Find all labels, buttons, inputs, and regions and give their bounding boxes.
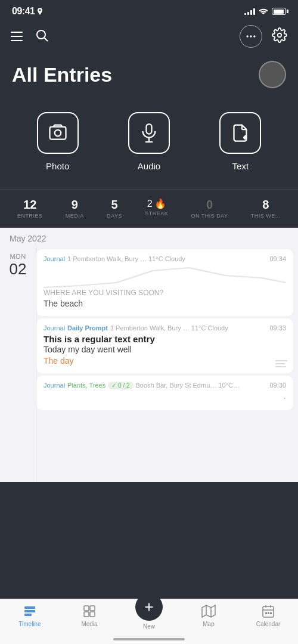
tab-bar: Timeline Media New Map: [0, 599, 298, 644]
tab-map[interactable]: Map: [179, 604, 238, 630]
month-header: May 2022: [0, 228, 298, 247]
stat-media-label: MEDIA: [66, 213, 84, 219]
entry-2-time: 09:33: [269, 324, 286, 332]
settings-icon: [272, 27, 287, 43]
entry-1-prompt: WHERE ARE YOU VISITING SOON?: [44, 289, 286, 297]
entry-2-body: Today my day went well The day: [44, 344, 286, 367]
entry-2-journal: Journal: [44, 324, 65, 332]
status-bar: 09:41: [0, 0, 298, 20]
svg-rect-14: [24, 614, 32, 616]
entry-3[interactable]: Journal Plants, Trees ✓ 0 / 2 Boosh Bar,…: [36, 376, 293, 410]
entries-column: Journal 1 Pemberton Walk, Bury … 11°C Cl…: [36, 247, 298, 482]
entry-1-graph: [44, 265, 286, 289]
settings-button[interactable]: [272, 27, 287, 45]
tab-media-label: Media: [81, 621, 97, 627]
status-time: 09:41: [12, 6, 35, 17]
svg-point-5: [278, 33, 282, 38]
svg-rect-18: [90, 612, 95, 617]
map-icon: [200, 604, 217, 618]
battery-icon: [272, 8, 286, 15]
stat-streak: 2 🔥 STREAK: [145, 198, 168, 219]
tab-timeline[interactable]: Timeline: [0, 604, 60, 630]
text-icon-box: [219, 112, 261, 154]
entry-3-journal: Journal: [44, 382, 65, 389]
search-icon: [35, 28, 49, 42]
avatar[interactable]: [259, 61, 286, 88]
entry-3-time: 09:30: [269, 382, 286, 389]
status-indicators: [244, 7, 286, 16]
signal-icon: [244, 8, 255, 15]
svg-rect-17: [84, 612, 89, 617]
date-badge: MON 02: [0, 247, 36, 482]
stat-on-this-day: 0 ON THIS DAY: [191, 198, 228, 219]
tab-calendar[interactable]: Calendar: [238, 604, 298, 630]
entry-2-location: 1 Pemberton Walk, Bury … 11°C Cloudy: [110, 324, 228, 332]
stat-streak-label: STREAK: [145, 210, 168, 216]
search-button[interactable]: [35, 28, 49, 45]
action-photo[interactable]: Photo: [37, 112, 79, 171]
entry-1-location: 1 Pemberton Walk, Bury … 11°C Cloudy: [67, 255, 185, 262]
flame-icon: 🔥: [154, 198, 166, 209]
quick-actions: Photo Audio Text: [0, 100, 298, 189]
stat-on-this-day-value: 0: [206, 198, 213, 212]
stats-bar: 12 ENTRIES 9 MEDIA 5 DAYS 2 🔥 STREAK 0 O…: [0, 189, 298, 228]
svg-rect-8: [146, 124, 151, 134]
svg-rect-16: [90, 606, 95, 611]
action-audio[interactable]: Audio: [128, 112, 170, 171]
top-nav: [0, 20, 298, 55]
entry-1-body: The beach: [44, 298, 286, 310]
entry-1-meta: Journal 1 Pemberton Walk, Bury … 11°C Cl…: [44, 255, 286, 262]
entry-3-meta: Journal Plants, Trees ✓ 0 / 2 Boosh Bar,…: [44, 382, 286, 389]
stat-days-value: 5: [111, 198, 117, 212]
stat-this-week-label: THIS WE...: [251, 213, 281, 219]
timeline-icon: [21, 604, 38, 618]
stat-entries: 12 ENTRIES: [17, 198, 43, 219]
audio-icon-box: [128, 112, 170, 154]
photo-icon-box: [37, 112, 79, 154]
tab-new-label: New: [143, 623, 155, 630]
photo-label: Photo: [46, 161, 69, 171]
svg-rect-28: [265, 612, 267, 614]
svg-rect-13: [24, 610, 35, 612]
entry-2-meta: Journal Daily Prompt 1 Pemberton Walk, B…: [44, 324, 286, 332]
stat-media-value: 9: [72, 198, 78, 212]
svg-rect-29: [268, 612, 269, 614]
stat-days-label: DAYS: [107, 213, 122, 219]
more-button[interactable]: [240, 25, 262, 48]
action-text[interactable]: Text: [219, 112, 261, 171]
svg-point-0: [37, 30, 45, 39]
entry-1-footer: ☁: [279, 299, 287, 310]
entries-section: May 2022 MON 02 Journal 1 Pemberton Walk…: [0, 228, 298, 482]
tab-new[interactable]: New: [119, 604, 179, 630]
entry-3-tag-badge: ✓ 0 / 2: [108, 382, 133, 389]
tab-media[interactable]: Media: [60, 604, 119, 630]
entry-2-footer: [275, 360, 287, 367]
media-icon: [81, 604, 98, 618]
svg-rect-24: [263, 606, 274, 617]
stat-this-week-value: 8: [262, 198, 269, 212]
menu-button[interactable]: [11, 32, 23, 41]
entry-2[interactable]: Journal Daily Prompt 1 Pemberton Walk, B…: [36, 318, 293, 373]
svg-marker-21: [202, 605, 215, 617]
timeline-svg: [23, 604, 37, 618]
stat-this-week: 8 THIS WE...: [251, 198, 281, 219]
svg-point-7: [54, 130, 61, 137]
entry-1[interactable]: Journal 1 Pemberton Walk, Bury … 11°C Cl…: [36, 249, 293, 316]
media-svg: [82, 604, 97, 618]
audio-icon: [138, 122, 160, 144]
text-label: Text: [232, 161, 249, 171]
svg-rect-12: [24, 606, 35, 609]
tab-timeline-label: Timeline: [18, 621, 41, 627]
svg-rect-6: [49, 127, 66, 140]
home-indicator: [113, 638, 185, 640]
date-day-num: 02: [6, 260, 30, 278]
entry-1-time: 09:34: [269, 255, 286, 262]
date-group: MON 02 Journal 1 Pemberton Walk, Bury … …: [0, 247, 298, 482]
photo-icon: [47, 122, 69, 144]
wifi-icon: [259, 7, 268, 16]
calendar-svg: [261, 604, 275, 618]
new-button[interactable]: [135, 593, 163, 621]
status-time-area: 09:41: [12, 6, 43, 17]
svg-rect-15: [84, 606, 89, 611]
entry-3-tags: Plants, Trees: [67, 382, 105, 389]
